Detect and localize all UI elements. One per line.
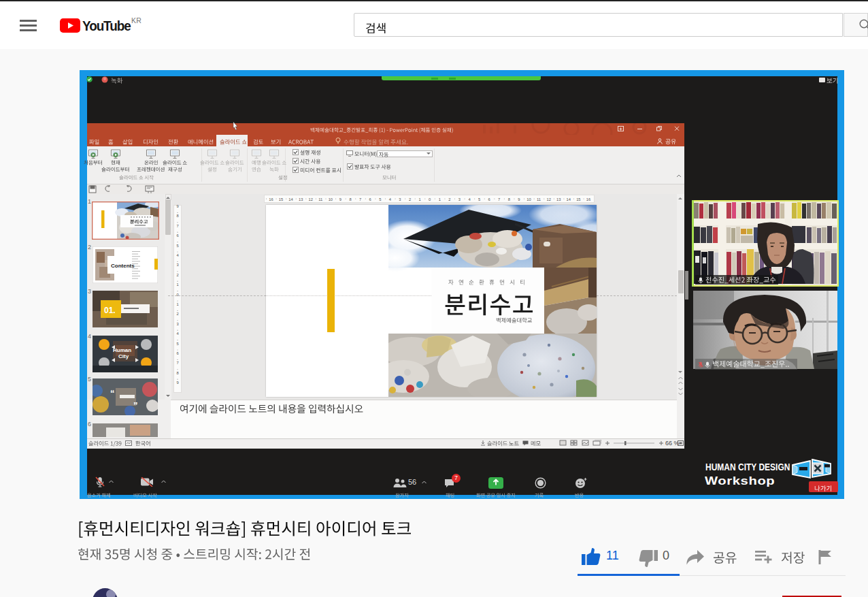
svg-text:6: 6: [176, 233, 178, 238]
svg-text:Contents: Contents: [111, 263, 135, 269]
svg-text:13: 13: [556, 197, 561, 201]
svg-text:10: 10: [329, 197, 333, 201]
svg-text:8: 8: [349, 197, 351, 201]
svg-text:1: 1: [176, 302, 178, 306]
svg-text:5: 5: [478, 197, 480, 201]
svg-text:1: 1: [439, 197, 441, 201]
svg-text:7: 7: [176, 361, 178, 365]
svg-text:4: 4: [176, 253, 179, 257]
svg-text:16: 16: [269, 197, 273, 201]
svg-text:9: 9: [518, 197, 520, 201]
svg-text:15: 15: [279, 197, 283, 201]
svg-text:”: ”: [133, 400, 138, 410]
svg-text:12: 12: [308, 197, 312, 201]
svg-text:5: 5: [176, 244, 178, 248]
svg-text:5: 5: [379, 197, 381, 201]
svg-text:16: 16: [586, 197, 590, 201]
svg-text:8: 8: [176, 371, 178, 375]
svg-text:9: 9: [176, 381, 178, 385]
svg-text:13: 13: [299, 197, 303, 201]
svg-text:9: 9: [176, 205, 178, 208]
svg-text:4: 4: [176, 332, 179, 336]
svg-text:0: 0: [429, 197, 431, 201]
svg-text:3: 3: [176, 263, 178, 267]
svg-text:2: 2: [448, 197, 450, 201]
svg-text:Human: Human: [113, 347, 131, 353]
svg-text:7: 7: [176, 224, 178, 228]
svg-text:2: 2: [409, 197, 411, 201]
svg-text:4: 4: [389, 197, 392, 201]
svg-text:1: 1: [418, 197, 420, 201]
svg-text:10: 10: [527, 197, 531, 201]
svg-text:11: 11: [318, 197, 322, 201]
svg-text:01.: 01.: [104, 306, 116, 315]
svg-text:“: “: [110, 388, 115, 398]
svg-text:11: 11: [537, 197, 541, 201]
svg-text:8: 8: [176, 214, 178, 218]
svg-text:4: 4: [468, 197, 471, 201]
svg-text:3: 3: [458, 197, 461, 201]
svg-text:1: 1: [176, 283, 178, 287]
svg-text:7: 7: [359, 197, 361, 201]
svg-text:8: 8: [508, 197, 510, 201]
svg-text:5: 5: [176, 342, 178, 346]
svg-text:12: 12: [546, 197, 550, 201]
svg-text:3: 3: [176, 322, 178, 326]
svg-text:15: 15: [576, 197, 580, 201]
svg-text:6: 6: [488, 197, 490, 201]
svg-text:6: 6: [369, 197, 371, 201]
svg-text:3: 3: [399, 197, 401, 201]
svg-text:2: 2: [176, 312, 178, 316]
svg-text:2: 2: [176, 273, 178, 277]
svg-text:6: 6: [176, 351, 178, 355]
svg-text:14: 14: [567, 197, 571, 201]
svg-text:9: 9: [339, 197, 341, 201]
svg-text:7: 7: [498, 197, 500, 201]
svg-text:14: 14: [288, 197, 293, 201]
svg-text:City: City: [118, 353, 129, 359]
